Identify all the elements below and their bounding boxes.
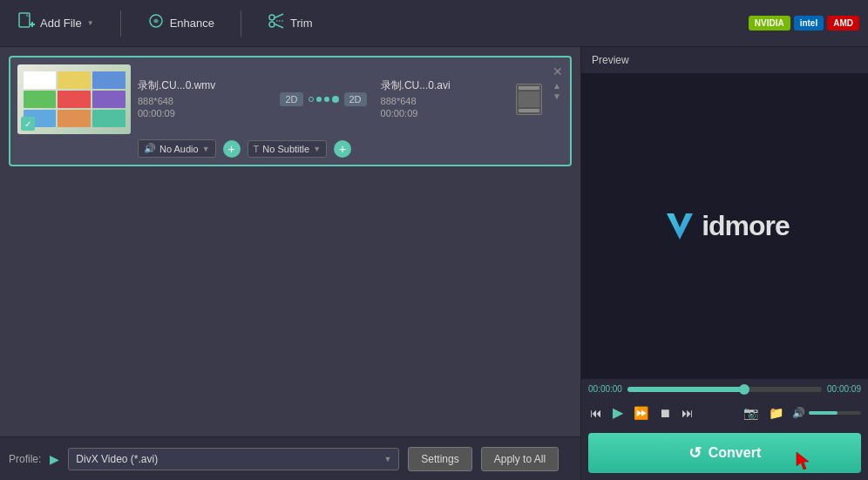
check-icon: ✓ [21, 117, 35, 131]
enhance-button[interactable]: Enhance [139, 7, 223, 39]
amd-badge: AMD [827, 16, 859, 30]
dot-2 [316, 97, 322, 102]
badge-2d-right: 2D [344, 92, 367, 106]
convert-arrow-area: 2D 2D [273, 92, 373, 106]
vidmore-text: idmore [702, 210, 790, 242]
file-list-area: ✓ 录制.CU...0.wmv 888*648 00:00:09 2D [0, 47, 580, 436]
source-resolution: 888*648 [138, 96, 266, 106]
output-file-name: 录制.CU...0.avi [381, 78, 509, 93]
trim-icon [268, 12, 285, 34]
convert-icon: ↺ [688, 443, 702, 463]
output-file-info: 录制.CU...0.avi 888*648 00:00:09 [381, 78, 509, 120]
arrow-dots [309, 96, 339, 103]
file-item-card: ✓ 录制.CU...0.wmv 888*648 00:00:09 2D [9, 56, 572, 166]
volume-icon: 🔊 [792, 407, 805, 419]
apply-to-all-button[interactable]: Apply to All [481, 447, 559, 471]
thumb-cell [58, 91, 91, 108]
player-controls: ⏮ ▶ ⏩ ⏹ ⏭ 📷 📁 🔊 [581, 399, 868, 426]
toolbar-divider-1 [120, 10, 121, 37]
right-panel: Preview idmore 00:00:00 [580, 47, 868, 480]
settings-button[interactable]: Settings [408, 447, 471, 471]
source-duration: 00:00:09 [138, 108, 266, 118]
nvidia-badge: NVIDIA [749, 16, 790, 30]
add-file-label: Add File [40, 17, 82, 30]
film-line-bottom [519, 109, 539, 112]
progress-bar[interactable] [627, 387, 822, 392]
folder-button[interactable]: 📁 [767, 404, 785, 422]
close-button[interactable]: ✕ [553, 64, 563, 78]
dot-3 [324, 97, 329, 102]
audio-dropdown[interactable]: 🔊 No Audio ▼ [138, 139, 216, 158]
toolbar-divider-2 [241, 10, 241, 37]
screenshot-button[interactable]: 📷 [742, 404, 760, 422]
toolbar: Add File ▼ Enhance Trim NVIDIA intel [0, 0, 868, 47]
subtitle-icon: T [254, 144, 260, 154]
play-button[interactable]: ▶ [611, 402, 625, 423]
convert-label: Convert [709, 445, 761, 461]
fast-forward-button[interactable]: ⏩ [632, 404, 650, 422]
trim-label: Trim [290, 17, 313, 30]
subtitle-label: No Subtitle [262, 144, 309, 154]
main-area: ✓ 录制.CU...0.wmv 888*648 00:00:09 2D [0, 47, 868, 480]
output-icon-area [516, 84, 542, 115]
profile-select[interactable]: DivX Video (*.avi) ▼ [68, 448, 399, 470]
arrow-down-icon[interactable]: ▼ [553, 92, 561, 101]
output-resolution: 888*648 [381, 96, 509, 106]
film-icon [516, 84, 542, 115]
stop-button[interactable]: ⏹ [657, 404, 673, 422]
svg-point-5 [269, 22, 275, 27]
source-file-name: 录制.CU...0.wmv [138, 78, 266, 93]
convert-button[interactable]: ↺ Convert [588, 433, 861, 473]
bottom-bar: Profile: ▶ DivX Video (*.avi) ▼ Settings… [0, 436, 580, 480]
volume-bar[interactable] [809, 411, 861, 415]
enhance-label: Enhance [170, 17, 214, 30]
profile-icon: ▶ [50, 452, 59, 466]
time-start: 00:00:00 [588, 384, 622, 394]
arrow-up-icon[interactable]: ▲ [553, 82, 561, 91]
source-file-info: 录制.CU...0.wmv 888*648 00:00:09 [138, 78, 266, 120]
skip-back-button[interactable]: ⏮ [588, 404, 604, 422]
add-file-button[interactable]: Add File ▼ [9, 7, 103, 39]
enhance-icon [147, 12, 165, 34]
thumb-cell [24, 91, 57, 108]
left-panel: ✓ 录制.CU...0.wmv 888*648 00:00:09 2D [0, 47, 580, 480]
skip-forward-button[interactable]: ⏭ [680, 404, 695, 422]
svg-point-4 [269, 15, 275, 20]
audio-dropdown-arrow: ▼ [202, 145, 210, 153]
add-audio-button[interactable]: + [223, 140, 241, 158]
film-line-main [519, 91, 539, 107]
svg-marker-9 [667, 213, 693, 240]
profile-label: Profile: [9, 453, 41, 465]
vidmore-logo: idmore [660, 206, 790, 247]
thumb-cell [58, 110, 91, 127]
gpu-badges-area: NVIDIA intel AMD [749, 16, 859, 30]
preview-label: Preview [581, 47, 868, 73]
progress-thumb [739, 384, 749, 395]
vidmore-v-icon [660, 206, 700, 247]
add-subtitle-button[interactable]: + [334, 140, 351, 158]
volume-fill [809, 411, 837, 415]
convert-area: ↺ Convert [581, 426, 868, 480]
output-duration: 00:00:09 [381, 108, 509, 118]
subtitle-dropdown[interactable]: T No Subtitle ▼ [248, 140, 327, 158]
svg-line-6 [274, 14, 283, 18]
film-line-top [519, 86, 539, 90]
trim-button[interactable]: Trim [259, 7, 322, 39]
time-end: 00:00:09 [827, 384, 861, 394]
dot-4 [332, 96, 339, 103]
thumb-cell [92, 110, 125, 127]
thumb-cell [24, 71, 57, 89]
thumb-cell [92, 91, 125, 108]
file-thumbnail: ✓ [17, 64, 131, 134]
badge-2d-left: 2D [280, 92, 302, 106]
thumb-cell [58, 71, 91, 89]
preview-video: idmore [581, 73, 868, 379]
progress-row: 00:00:00 00:00:09 [581, 379, 868, 399]
audio-icon: 🔊 [144, 143, 156, 154]
card-arrows: ▲ ▼ [553, 82, 561, 101]
audio-label: No Audio [159, 144, 199, 154]
volume-area: 🔊 [792, 407, 861, 419]
dot-1 [309, 97, 314, 102]
subtitle-dropdown-arrow: ▼ [313, 145, 321, 153]
add-file-icon [17, 12, 35, 34]
